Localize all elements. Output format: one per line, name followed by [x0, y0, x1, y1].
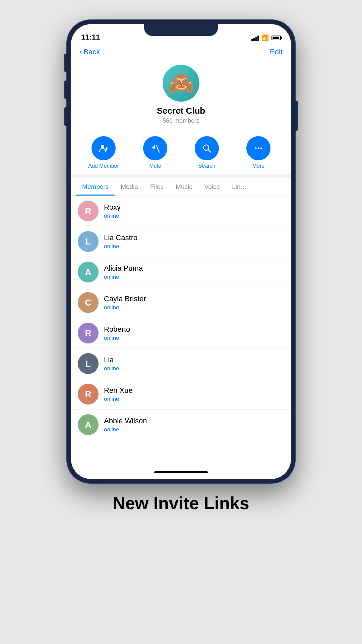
- tab-media[interactable]: Media: [115, 178, 144, 196]
- add-member-label: Add Member: [88, 163, 119, 169]
- group-avatar: 🙈: [163, 65, 199, 102]
- search-button[interactable]: Search: [190, 136, 224, 169]
- tab-files[interactable]: Files: [144, 178, 170, 196]
- member-name: Cayla Brister: [104, 294, 146, 303]
- members-list: R Roxy online L Lia Castro online A: [71, 196, 291, 466]
- status-time: 11:11: [81, 33, 100, 42]
- member-name: Ren Xue: [104, 386, 133, 395]
- add-member-button[interactable]: Add Member: [87, 136, 120, 169]
- member-info: Roxy online: [104, 203, 121, 219]
- member-info: Roberto online: [104, 325, 130, 341]
- wifi-icon: 📶: [261, 34, 269, 42]
- notch: [144, 24, 218, 36]
- search-icon: [201, 143, 212, 154]
- nav-bar: ‹ Back Edit: [71, 44, 291, 61]
- list-item[interactable]: L Lia Castro online: [71, 226, 291, 257]
- member-status: online: [104, 213, 121, 219]
- svg-point-8: [260, 148, 262, 149]
- avatar: R: [78, 201, 99, 221]
- svg-point-0: [101, 145, 104, 148]
- member-name: Roxy: [104, 203, 121, 212]
- page-wrapper: 11:11 📶 ‹ B: [0, 0, 362, 644]
- search-icon-circle: [195, 136, 219, 160]
- member-name: Alicia Puma: [104, 264, 143, 273]
- member-status: online: [104, 243, 137, 250]
- member-name: Abbie Wilson: [104, 417, 147, 425]
- member-info: Alicia Puma online: [104, 264, 143, 280]
- member-status: online: [104, 274, 143, 280]
- svg-line-3: [157, 146, 159, 152]
- avatar: C: [78, 292, 99, 313]
- member-name: Roberto: [104, 325, 130, 334]
- svg-line-5: [208, 150, 211, 152]
- back-label: Back: [83, 48, 100, 56]
- group-members-count: 560 members: [163, 117, 199, 124]
- tab-music[interactable]: Music: [170, 178, 198, 196]
- more-label: More: [252, 163, 264, 169]
- bottom-caption: New Invite Links: [113, 493, 249, 513]
- member-info: Cayla Brister online: [104, 294, 146, 311]
- signal-bars-icon: [251, 35, 259, 41]
- avatar: A: [78, 262, 99, 282]
- mute-button[interactable]: Mute: [138, 136, 172, 169]
- member-status: online: [104, 426, 147, 433]
- section-divider: [71, 174, 291, 178]
- search-label: Search: [198, 163, 216, 169]
- list-item[interactable]: R Ren Xue online: [71, 379, 291, 410]
- avatar: R: [78, 384, 99, 405]
- add-member-icon-circle: [92, 136, 116, 160]
- member-status: online: [104, 396, 133, 402]
- member-info: Ren Xue online: [104, 386, 133, 402]
- member-info: Lia online: [104, 356, 119, 372]
- member-status: online: [104, 335, 130, 341]
- mute-icon-circle: [143, 136, 167, 160]
- member-name: Lia: [104, 356, 119, 364]
- list-item[interactable]: C Cayla Brister online: [71, 287, 291, 318]
- list-item[interactable]: L Lia online: [71, 348, 291, 379]
- member-status: online: [104, 304, 146, 311]
- phone-screen: 11:11 📶 ‹ B: [71, 24, 291, 479]
- member-name: Lia Castro: [104, 233, 137, 242]
- tab-members[interactable]: Members: [76, 178, 115, 196]
- group-header: 🙈 Secret Club 560 members: [71, 61, 291, 131]
- mute-icon: [150, 143, 161, 154]
- avatar: A: [78, 414, 99, 435]
- list-item[interactable]: A Alicia Puma online: [71, 257, 291, 287]
- home-indicator: [71, 466, 291, 479]
- tabs-container: Members Media Files Music Voice Lin…: [71, 178, 291, 196]
- avatar: L: [78, 353, 99, 374]
- more-icon: [253, 143, 264, 154]
- phone-shell: 11:11 📶 ‹ B: [67, 20, 295, 483]
- chevron-left-icon: ‹: [79, 48, 82, 56]
- list-item[interactable]: A Abbie Wilson online: [71, 410, 291, 440]
- back-button[interactable]: ‹ Back: [79, 48, 100, 56]
- list-item[interactable]: R Roxy online: [71, 196, 291, 226]
- add-member-icon: [98, 143, 109, 154]
- edit-button[interactable]: Edit: [270, 48, 283, 56]
- more-icon-circle: [246, 136, 270, 160]
- group-avatar-emoji: 🙈: [168, 70, 195, 96]
- svg-point-7: [258, 148, 259, 149]
- member-status: online: [104, 365, 119, 372]
- more-button[interactable]: More: [242, 136, 275, 169]
- member-info: Lia Castro online: [104, 233, 137, 250]
- list-item[interactable]: R Roberto online: [71, 318, 291, 348]
- status-bar: 11:11 📶: [71, 24, 291, 44]
- group-name: Secret Club: [157, 106, 205, 116]
- home-bar: [154, 471, 208, 473]
- member-info: Abbie Wilson online: [104, 417, 147, 433]
- avatar: L: [78, 231, 99, 252]
- tab-links[interactable]: Lin…: [226, 178, 253, 196]
- action-buttons: Add Member Mute: [71, 131, 291, 174]
- mute-label: Mute: [149, 163, 161, 169]
- battery-icon: [272, 36, 281, 40]
- svg-point-6: [255, 148, 257, 149]
- avatar: R: [78, 323, 99, 343]
- tab-voice[interactable]: Voice: [198, 178, 226, 196]
- status-icons: 📶: [251, 34, 281, 42]
